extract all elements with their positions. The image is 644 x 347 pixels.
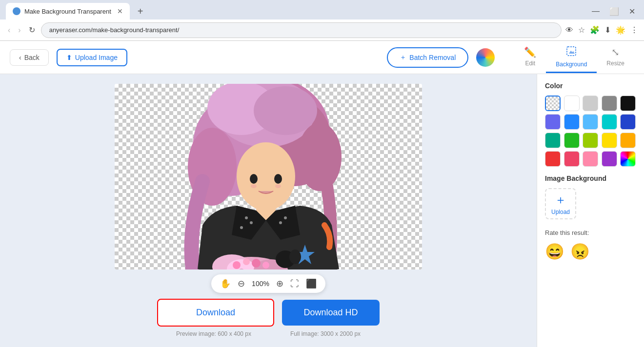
image-bg-title: Image Background: [545, 174, 636, 182]
svg-point-10: [250, 174, 258, 184]
app-content: ‹ Back ⬆ Upload Image ＋ Batch Removal ✏️…: [0, 41, 644, 347]
profile-icon[interactable]: 🌟: [616, 25, 625, 35]
edit-icon: ✏️: [524, 46, 536, 58]
plus-icon: ＋: [400, 53, 406, 62]
color-swatch-white[interactable]: [564, 96, 580, 111]
address-input[interactable]: [41, 22, 562, 38]
svg-point-13: [275, 184, 281, 188]
color-swatch-pink[interactable]: [583, 151, 598, 167]
download-hd-button[interactable]: Download HD: [282, 300, 380, 326]
rate-section: Rate this result: 😄 😠: [545, 229, 636, 261]
color-swatch-yellow[interactable]: [602, 133, 617, 148]
background-label: Background: [556, 61, 587, 68]
batch-removal-button[interactable]: ＋ Batch Removal: [387, 47, 468, 68]
color-swatch-gray[interactable]: [602, 96, 617, 111]
forward-nav-button[interactable]: ›: [16, 24, 22, 37]
color-swatch-teal[interactable]: [545, 133, 561, 148]
background-icon: [566, 46, 577, 59]
image-background-section: Image Background ＋ Upload: [545, 174, 636, 219]
angry-emoji-button[interactable]: 😠: [570, 242, 590, 261]
zoom-level: 100%: [252, 280, 269, 288]
svg-point-18: [279, 221, 282, 224]
edit-tool[interactable]: ✏️ Edit: [514, 42, 546, 72]
color-swatch-skyblue[interactable]: [583, 114, 598, 130]
happy-emoji-button[interactable]: 😄: [545, 242, 564, 261]
extension-icon[interactable]: 🧩: [590, 25, 600, 35]
upload-background-button[interactable]: ＋ Upload: [545, 188, 576, 219]
color-swatch-blue[interactable]: [564, 114, 580, 130]
new-tab-button[interactable]: +: [134, 6, 147, 17]
user-avatar[interactable]: [476, 48, 495, 67]
color-swatch-red[interactable]: [545, 151, 561, 167]
svg-point-19: [240, 226, 243, 229]
title-bar-left: Make Background Transparent ✕ +: [6, 3, 147, 19]
minimize-button[interactable]: —: [589, 5, 603, 18]
plus-upload-icon: ＋: [555, 192, 566, 208]
title-bar: Make Background Transparent ✕ + — ⬜ ✕: [0, 0, 644, 19]
rate-title: Rate this result:: [545, 229, 636, 236]
upload-icon: ⬆: [66, 54, 72, 61]
svg-point-26: [233, 261, 241, 269]
subject-svg: [115, 84, 422, 270]
color-swatch-darkblue[interactable]: [620, 114, 636, 130]
back-chevron-icon: ‹: [19, 54, 21, 61]
fullscreen-button[interactable]: ⛶: [290, 279, 299, 289]
close-button[interactable]: ✕: [626, 5, 638, 18]
svg-point-12: [251, 184, 257, 188]
menu-icon[interactable]: ⋮: [630, 25, 638, 35]
background-tool[interactable]: Background: [546, 42, 597, 73]
subject-area: [115, 84, 422, 270]
back-nav-button[interactable]: ‹: [6, 24, 12, 37]
svg-point-9: [237, 142, 295, 211]
color-swatch-pinkred[interactable]: [564, 151, 580, 167]
maximize-button[interactable]: ⬜: [606, 5, 622, 18]
color-swatch-black[interactable]: [620, 96, 636, 111]
tool-group: ✏️ Edit Background ⤡ Resize: [514, 42, 634, 73]
color-swatch-lightgray[interactable]: [583, 96, 598, 111]
svg-point-28: [252, 259, 261, 268]
svg-point-17: [284, 216, 287, 219]
color-swatch-purple[interactable]: [602, 151, 617, 167]
zoom-out-button[interactable]: ⊖: [238, 278, 245, 289]
back-button[interactable]: ‹ Back: [10, 49, 49, 66]
svg-point-27: [243, 258, 250, 265]
active-tab[interactable]: Make Background Transparent ✕: [6, 3, 130, 19]
download-button[interactable]: Download: [157, 299, 274, 327]
image-toolbar: ✋ ⊖ 100% ⊕ ⛶ ⬛: [211, 274, 325, 293]
canvas-area: ✋ ⊖ 100% ⊕ ⛶ ⬛ Download Download HD Prev…: [0, 74, 537, 347]
upload-bg-label: Upload: [551, 209, 570, 215]
color-swatch-orange[interactable]: [620, 133, 636, 148]
svg-point-6: [254, 86, 317, 135]
color-swatch-transparent[interactable]: [545, 96, 561, 111]
resize-icon: ⤡: [611, 46, 620, 58]
refresh-button[interactable]: ↻: [27, 23, 37, 37]
toolbar: ‹ Back ⬆ Upload Image ＋ Batch Removal ✏️…: [0, 41, 644, 74]
download-icon[interactable]: ⬇: [604, 25, 611, 35]
tab-title: Make Background Transparent: [24, 8, 111, 15]
tab-favicon: [13, 7, 20, 15]
browser-chrome: Make Background Transparent ✕ + — ⬜ ✕ ‹ …: [0, 0, 644, 41]
zoom-in-button[interactable]: ⊕: [276, 278, 283, 289]
upload-image-button[interactable]: ⬆ Upload Image: [57, 49, 127, 66]
pan-tool-button[interactable]: ✋: [220, 278, 231, 289]
resize-tool[interactable]: ⤡ Resize: [597, 42, 634, 72]
color-swatch-cyan[interactable]: [602, 114, 617, 130]
full-info: Full image: 3000 x 2000 px: [290, 330, 361, 337]
star-icon[interactable]: ☆: [578, 25, 585, 35]
tab-close-button[interactable]: ✕: [117, 7, 123, 15]
svg-point-16: [250, 221, 253, 224]
upload-label: Upload Image: [75, 54, 118, 61]
color-swatch-green[interactable]: [564, 133, 580, 148]
batch-label: Batch Removal: [409, 54, 456, 61]
main-area: ✋ ⊖ 100% ⊕ ⛶ ⬛ Download Download HD Prev…: [0, 74, 644, 347]
download-section: Download Download HD Preview image: 600 …: [10, 299, 527, 337]
color-section-title: Color: [545, 82, 636, 90]
preview-info: Preview image: 600 x 400 px: [176, 330, 251, 337]
color-swatch-bluepurple[interactable]: [545, 114, 561, 130]
split-view-button[interactable]: ⬛: [306, 278, 317, 289]
color-swatch-gradient[interactable]: [620, 151, 636, 167]
back-label: Back: [24, 54, 40, 61]
image-container[interactable]: [115, 84, 422, 270]
color-swatch-yellowgreen[interactable]: [583, 133, 598, 148]
edit-label: Edit: [525, 60, 535, 67]
